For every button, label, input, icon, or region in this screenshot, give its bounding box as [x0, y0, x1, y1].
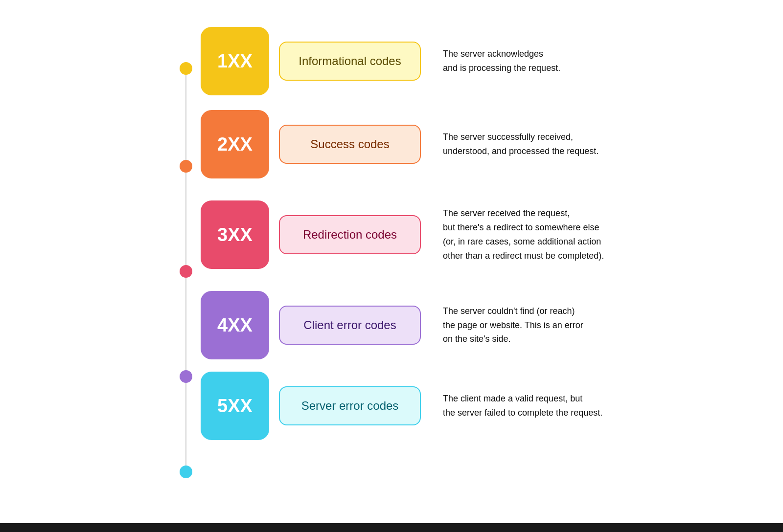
- row-3xx: 3XXRedirection codesThe server received …: [201, 186, 612, 284]
- row-2xx: 2XXSuccess codesThe server successfully …: [201, 103, 612, 186]
- label-box-3xx: Redirection codes: [279, 215, 421, 254]
- svg-point-5: [180, 466, 192, 478]
- description-1xx: The server acknowledges and is processin…: [431, 47, 612, 75]
- row-4xx: 4XXClient error codesThe server couldn't…: [201, 284, 612, 367]
- code-box-1xx: 1XX: [201, 27, 269, 95]
- svg-point-1: [180, 62, 192, 75]
- label-box-2xx: Success codes: [279, 125, 421, 164]
- description-4xx: The server couldn't find (or reach) the …: [431, 304, 612, 346]
- description-3xx: The server received the request, but the…: [431, 206, 612, 263]
- row-1xx: 1XXInformational codesThe server acknowl…: [201, 20, 612, 103]
- code-box-5xx: 5XX: [201, 372, 269, 440]
- row-5xx: 5XXServer error codesThe client made a v…: [201, 367, 612, 445]
- code-box-4xx: 4XX: [201, 291, 269, 359]
- description-2xx: The server successfully received, unders…: [431, 130, 612, 158]
- timeline-column: [171, 20, 201, 504]
- diagram-container: 1XXInformational codesThe server acknowl…: [171, 20, 612, 504]
- code-box-3xx: 3XX: [201, 200, 269, 269]
- label-box-5xx: Server error codes: [279, 386, 421, 425]
- label-box-1xx: Informational codes: [279, 42, 421, 81]
- code-box-2xx: 2XX: [201, 110, 269, 178]
- description-5xx: The client made a valid request, but the…: [431, 392, 612, 420]
- timeline-svg: [171, 20, 201, 504]
- svg-point-3: [180, 265, 192, 278]
- svg-point-4: [180, 370, 192, 383]
- footer: semrush.com SEMRUSH: [0, 523, 783, 532]
- rows-column: 1XXInformational codesThe server acknowl…: [201, 20, 612, 504]
- svg-point-2: [180, 160, 192, 173]
- label-box-4xx: Client error codes: [279, 306, 421, 345]
- main-content: 1XXInformational codesThe server acknowl…: [0, 0, 783, 523]
